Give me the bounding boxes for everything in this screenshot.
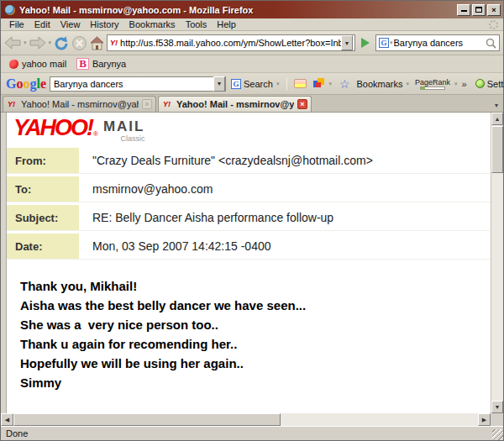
- search-button-label: Search: [244, 79, 273, 89]
- horizontal-scroll-thumb[interactable]: [13, 413, 281, 426]
- back-history-dropdown[interactable]: ▾: [23, 39, 28, 46]
- tab-yahoo-mail-1[interactable]: Y! Yahoo! Mail - msmirnov@yahoo.com ×: [3, 96, 156, 112]
- status-bar: Done: [1, 426, 503, 440]
- body-line: Thank u again for recomending her..: [20, 334, 491, 354]
- google-toolbar: Google ▼ G Search ▾ ▾ ☆ Bookmarks ▾ Page…: [1, 73, 503, 95]
- registered-mark: ®: [93, 130, 98, 138]
- google-search-history-dropdown[interactable]: ▼: [213, 76, 225, 92]
- tab-close-button[interactable]: ×: [142, 99, 152, 109]
- scroll-up-button[interactable]: ▲: [491, 113, 503, 125]
- to-value: msmirnov@yahoo.com: [79, 182, 213, 196]
- vertical-scroll-track[interactable]: [491, 173, 503, 401]
- body-line: Aisha was the best belly dancer we have …: [20, 296, 491, 315]
- body-line: Thank you, Mikhail!: [20, 276, 491, 296]
- close-button[interactable]: ×: [487, 4, 501, 16]
- firefox-icon: [4, 4, 16, 16]
- logo-letter: G: [6, 76, 16, 91]
- search-icon[interactable]: [486, 38, 496, 49]
- navigation-toolbar: ▾ ▾ Y! ▼ G ▾: [1, 31, 503, 55]
- google-bookmarks-button[interactable]: Bookmarks ▾: [354, 76, 412, 92]
- reload-button[interactable]: [54, 33, 70, 53]
- pagerank-dropdown[interactable]: ▾: [454, 81, 459, 87]
- bookmarks-toolbar: yahoo mail B Barynya: [1, 55, 503, 73]
- pagerank-bar: [420, 87, 445, 90]
- title-bar: Yahoo! Mail - msmirnov@yahoo.com - Mozil…: [1, 1, 503, 18]
- horizontal-scrollbar[interactable]: ◀ ▶: [1, 413, 503, 426]
- menu-bookmarks[interactable]: Bookmarks: [124, 19, 181, 29]
- menu-edit[interactable]: Edit: [29, 19, 55, 29]
- toolbar-overflow-chevron[interactable]: »: [462, 79, 467, 89]
- horizontal-scroll-track[interactable]: [281, 413, 478, 426]
- vertical-scroll-thumb[interactable]: [491, 126, 503, 173]
- google-search-combo[interactable]: ▼: [50, 76, 226, 92]
- tab-yahoo-mail-2-active[interactable]: Y! Yahoo! Mail - msmirnov@yahoo.c... ×: [158, 96, 312, 112]
- header-row-date: Date: Mon, 03 Sep 2007 14:42:15 -0400: [7, 234, 491, 260]
- from-value: "Crazy Deals Furniture" <crazydealsnj@ho…: [79, 154, 373, 167]
- header-row-from: From: "Crazy Deals Furniture" <crazydeal…: [7, 148, 491, 174]
- mail-logo-text: MAIL: [103, 120, 145, 133]
- url-bar[interactable]: Y! ▼: [107, 34, 355, 51]
- scrollbar-corner: [491, 413, 503, 426]
- yahoo-mail-logo[interactable]: YAHOO! ® MAIL Classic: [7, 113, 491, 148]
- spellcheck-dropdown[interactable]: ▾: [328, 81, 333, 87]
- menu-view[interactable]: View: [55, 19, 86, 29]
- quick-search-box[interactable]: G ▾: [375, 34, 500, 51]
- scroll-right-button[interactable]: ▶: [478, 413, 491, 426]
- home-icon: [89, 36, 105, 50]
- pagerank-label: PageRank: [415, 78, 450, 87]
- url-input[interactable]: [120, 38, 341, 48]
- bookmark-star-button[interactable]: ☆: [338, 76, 352, 92]
- forward-icon: [29, 36, 46, 50]
- bookmarks-dropdown[interactable]: ▾: [406, 81, 411, 87]
- bookmark-yahoo-mail[interactable]: yahoo mail: [6, 59, 70, 69]
- tab-list-dropdown[interactable]: ▾: [491, 102, 501, 112]
- menu-bar: File Edit View History Bookmarks Tools H…: [1, 18, 503, 31]
- yahoo-mail-page: YAHOO! ® MAIL Classic From: "Crazy Deals…: [6, 113, 491, 413]
- tab-favicon: Y!: [162, 100, 173, 108]
- go-button[interactable]: [357, 34, 374, 51]
- forward-button[interactable]: [29, 33, 46, 53]
- throbber-icon: [489, 20, 498, 29]
- scroll-left-button[interactable]: ◀: [1, 413, 13, 426]
- forward-history-dropdown[interactable]: ▾: [48, 39, 53, 46]
- pagerank-indicator[interactable]: PageRank: [415, 78, 450, 90]
- spellcheck-button[interactable]: ▾: [312, 76, 334, 92]
- back-icon: [4, 36, 21, 50]
- search-options-dropdown[interactable]: ▾: [276, 81, 281, 87]
- google-search-input[interactable]: [50, 79, 213, 89]
- vertical-scrollbar[interactable]: ▲ ▼: [491, 113, 503, 413]
- autofill-icon: [294, 79, 307, 88]
- google-search-button[interactable]: G Search ▾: [229, 76, 281, 92]
- toolbar-separator: [286, 77, 287, 91]
- home-button[interactable]: [89, 33, 105, 53]
- email-body: Thank you, Mikhail! Aisha was the best b…: [20, 276, 491, 392]
- url-dropdown-button[interactable]: ▼: [341, 35, 353, 50]
- maximize-button[interactable]: [472, 4, 486, 16]
- stop-button[interactable]: [71, 33, 87, 53]
- resize-grip[interactable]: [492, 429, 503, 440]
- window-title: Yahoo! Mail - msmirnov@yahoo.com - Mozil…: [19, 5, 455, 15]
- spellcheck-icon: [313, 78, 325, 89]
- minimize-button[interactable]: [457, 4, 470, 16]
- menu-history[interactable]: History: [85, 19, 123, 29]
- google-engine-icon: G: [379, 38, 389, 48]
- bookmark-barynya[interactable]: B Barynya: [73, 58, 129, 70]
- status-text: Done: [6, 428, 28, 438]
- back-button[interactable]: [4, 33, 21, 53]
- menu-tools[interactable]: Tools: [181, 19, 213, 29]
- stop-icon: [71, 35, 87, 51]
- logo-letter: e: [40, 76, 46, 91]
- quick-search-input[interactable]: [394, 38, 486, 48]
- bookmark-label: yahoo mail: [22, 59, 66, 69]
- from-label: From:: [7, 148, 79, 173]
- tab-close-button[interactable]: ×: [297, 99, 307, 109]
- yahoo-favicon: Y!: [109, 39, 120, 47]
- menu-help[interactable]: Help: [212, 19, 241, 29]
- maximize-icon: [475, 7, 482, 13]
- settings-button[interactable]: Settings ▾: [474, 76, 504, 92]
- date-label: Date:: [7, 234, 79, 259]
- autofill-button[interactable]: [292, 76, 308, 92]
- menu-file[interactable]: File: [4, 19, 29, 29]
- body-line: Hopefully we will be using her again..: [20, 354, 491, 373]
- scroll-down-button[interactable]: ▼: [491, 401, 503, 413]
